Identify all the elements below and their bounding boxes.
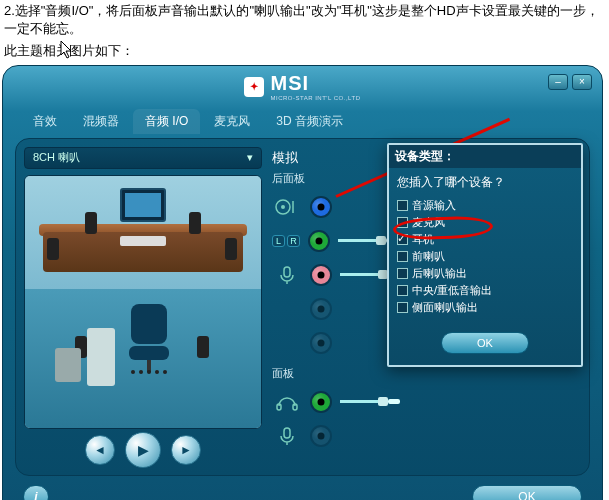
front-panel-title: 面板	[272, 366, 581, 381]
channel-label: 8CH 喇叭	[33, 150, 80, 165]
tab-audio-io[interactable]: 音频 I/O	[133, 109, 200, 134]
dialog-question: 您插入了哪个设备？	[389, 168, 581, 195]
device-option-headphone[interactable]: 耳机	[397, 231, 573, 248]
close-button[interactable]: ×	[572, 74, 592, 90]
dialog-title: 设备类型：	[389, 145, 581, 168]
jack-row-front-mic	[270, 421, 581, 451]
speaker-icon	[47, 238, 59, 260]
lr-badge-icon: LR	[272, 231, 300, 251]
dialog-ok-button[interactable]: OK	[441, 332, 529, 354]
svg-rect-2	[284, 267, 290, 277]
brand: ✦ MSI MICRO-STAR INT'L CO.,LTD	[244, 72, 360, 101]
jack-ghost[interactable]	[310, 332, 332, 354]
jack-front-green[interactable]	[310, 391, 332, 413]
brand-name: MSI	[270, 72, 309, 95]
play-controls: ◄ ▶ ►	[24, 433, 262, 467]
speaker-icon	[225, 238, 237, 260]
plug-icon	[338, 239, 384, 242]
msi-logo-icon: ✦	[244, 77, 264, 97]
jack-row-front-hp	[270, 387, 581, 417]
tab-microphone[interactable]: 麦克风	[202, 109, 262, 134]
titlebar: ✦ MSI MICRO-STAR INT'L CO.,LTD – ×	[3, 66, 602, 108]
instruction-line-1: 2.选择"音频I/O"，将后面板声音输出默认的"喇叭输出"改为"耳机"这步是整个…	[0, 0, 609, 40]
speaker-icon	[189, 212, 201, 234]
keyboard-icon	[120, 236, 166, 246]
speaker-icon	[197, 336, 209, 358]
instruction-line-2: 此主题相关图片如下：	[0, 40, 609, 62]
audio-config-window: ✦ MSI MICRO-STAR INT'L CO.,LTD – × 音效 混频…	[2, 65, 603, 500]
info-button[interactable]: i	[23, 485, 49, 500]
channel-select[interactable]: 8CH 喇叭 ▾	[24, 147, 262, 169]
tab-bar: 音效 混频器 音频 I/O 麦克风 3D 音频演示	[3, 108, 602, 134]
jack-front-mic[interactable]	[310, 425, 332, 447]
jack-pink[interactable]	[310, 264, 332, 286]
play-button[interactable]: ▶	[125, 432, 161, 468]
jack-blue[interactable]	[310, 196, 332, 218]
device-option-mic[interactable]: 麦克风	[397, 214, 573, 231]
device-type-dialog: 设备类型： 您插入了哪个设备？ 音源输入 麦克风 耳机 前喇叭 后喇叭输出 中央…	[387, 143, 583, 367]
device-option-line-in[interactable]: 音源输入	[397, 197, 573, 214]
mic-icon	[272, 264, 302, 286]
main-area: 8CH 喇叭 ▾	[15, 138, 590, 476]
tab-mixer[interactable]: 混频器	[71, 109, 131, 134]
plug-icon	[340, 273, 386, 276]
bottom-bar: i OK	[15, 482, 590, 500]
svg-point-1	[281, 205, 285, 209]
minimize-button[interactable]: –	[548, 74, 568, 90]
brand-sub: MICRO-STAR INT'L CO.,LTD	[270, 95, 360, 101]
chair-icon	[127, 304, 171, 372]
headphone-icon	[272, 391, 302, 413]
line-in-icon	[272, 196, 302, 218]
jack-green[interactable]	[308, 230, 330, 252]
speaker-icon	[85, 212, 97, 234]
right-panel: 模拟 后面板 LR	[270, 147, 581, 467]
tab-3d-demo[interactable]: 3D 音频演示	[264, 109, 355, 134]
monitor-icon	[120, 188, 166, 222]
left-panel: 8CH 喇叭 ▾	[24, 147, 262, 467]
prev-button[interactable]: ◄	[85, 435, 115, 465]
device-option-front-speaker[interactable]: 前喇叭	[397, 248, 573, 265]
next-button[interactable]: ►	[171, 435, 201, 465]
tab-sound-effect[interactable]: 音效	[21, 109, 69, 134]
device-option-center-sub[interactable]: 中央/重低音输出	[397, 282, 573, 299]
chevron-down-icon: ▾	[247, 151, 253, 164]
svg-rect-5	[284, 428, 290, 438]
plug-icon	[340, 400, 386, 403]
jack-ghost[interactable]	[310, 298, 332, 320]
device-option-side-speaker[interactable]: 侧面喇叭输出	[397, 299, 573, 316]
main-ok-button[interactable]: OK	[472, 485, 582, 500]
mic-icon	[272, 425, 302, 447]
pc-tower-icon	[87, 328, 115, 386]
subwoofer-icon	[55, 348, 81, 382]
room-preview	[24, 175, 262, 429]
device-option-rear-speaker[interactable]: 后喇叭输出	[397, 265, 573, 282]
dialog-list: 音源输入 麦克风 耳机 前喇叭 后喇叭输出 中央/重低音输出 侧面喇叭输出	[389, 195, 581, 322]
